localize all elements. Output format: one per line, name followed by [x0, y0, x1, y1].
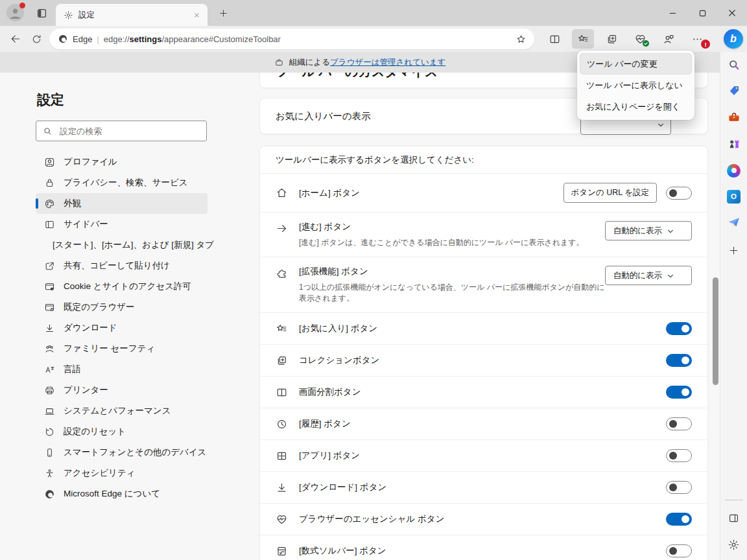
forward-button-select[interactable]: 自動的に表示	[605, 221, 692, 240]
browser-essentials-toggle[interactable]	[666, 513, 692, 526]
math-solver-toggle[interactable]	[666, 544, 692, 557]
split-screen-button-toggle[interactable]	[666, 386, 692, 399]
window-controls	[658, 0, 747, 26]
managed-link[interactable]: ブラウザーは管理されています	[330, 58, 445, 67]
address-bar[interactable]: Edge | edge://settings/appearance#Custom…	[49, 29, 534, 49]
minimize-icon	[669, 10, 676, 17]
sidebar-item-about-edge[interactable]: Microsoft Edge について	[36, 484, 208, 504]
settings-search-box[interactable]	[36, 121, 207, 141]
sidebar-item-default-browser[interactable]: 既定のブラウザー	[36, 297, 208, 318]
history-button-toggle[interactable]	[666, 417, 692, 430]
system-icon	[44, 406, 55, 417]
sidebar-item-languages[interactable]: 言語	[36, 359, 208, 380]
row-label: コレクションボタン	[299, 355, 379, 366]
sidebar-item-reset[interactable]: 設定のリセット	[36, 421, 208, 442]
browser-essentials-button[interactable]	[629, 29, 651, 49]
sidebar-item-label: [スタート]、[ホーム]、および [新規] タブ	[53, 239, 214, 251]
essentials-check-icon	[643, 40, 649, 47]
home-button-toggle[interactable]	[666, 187, 692, 200]
settings-nav-list: プロファイル プライバシー、検索、サービス 外観 サイドバー [スタート]、[ホ…	[36, 152, 208, 504]
setting-row-extensions: [拡張機能] ボタン 1つ以上の拡張機能がオンになっている場合、ツール バーに拡…	[260, 257, 707, 312]
edge-sidebar-rail: O	[720, 52, 747, 560]
minimize-button[interactable]	[658, 0, 687, 26]
settings-and-more-button[interactable]: !	[686, 29, 708, 49]
sidebar-games-button[interactable]	[725, 135, 743, 153]
favorite-this-page-button[interactable]	[512, 30, 529, 47]
sidebar-drop-button[interactable]	[725, 213, 743, 231]
favorites-bar-label: お気に入りバーの表示	[276, 110, 371, 122]
favorites-button[interactable]	[572, 29, 594, 49]
close-icon	[728, 9, 736, 17]
sidebar-item-cookies[interactable]: Cookie とサイトのアクセス許可	[36, 276, 208, 297]
sidebar-item-phone-devices[interactable]: スマートフォンとその他のデバイス	[36, 442, 208, 463]
sidebar-item-start-home-tabs[interactable]: [スタート]、[ホーム]、および [新規] タブ	[36, 235, 208, 255]
split-screen-button[interactable]	[543, 29, 565, 49]
page-body: 設定 プロファイル プライバシー、検索、サービス 外観 サイドバー [スタート]…	[0, 73, 747, 560]
collections-button-toggle[interactable]	[666, 354, 692, 367]
sidebar-search-button[interactable]	[725, 56, 743, 74]
new-tab-button[interactable]	[215, 5, 231, 21]
sidebar-settings-button[interactable]	[725, 535, 743, 554]
vertical-scrollbar[interactable]	[713, 277, 718, 385]
sidebar-shopping-button[interactable]	[725, 82, 743, 100]
browser-window: 設定 Edge | edge://settings/appearance#Cus…	[0, 0, 747, 560]
address-separator: |	[97, 34, 99, 44]
sidebar-item-label: 設定のリセット	[64, 426, 126, 438]
sidebar-panel-button[interactable]	[725, 509, 743, 527]
bing-chat-button[interactable]: b	[724, 29, 743, 49]
sidebar-item-privacy[interactable]: プライバシー、検索、サービス	[36, 172, 208, 193]
sidebar-item-family-safety[interactable]: ファミリー セーフティ	[36, 338, 208, 359]
chevron-down-icon	[658, 122, 664, 128]
menu-item-hide-from-toolbar[interactable]: ツール バーに表示しない	[580, 75, 692, 96]
sidebar-item-label: 外観	[64, 198, 81, 209]
sidebar-outlook-button[interactable]: O	[725, 187, 743, 205]
extensions-button-select[interactable]: 自動的に表示	[605, 266, 692, 285]
collections-icon	[606, 33, 618, 45]
favorites-button-toggle[interactable]	[666, 322, 692, 335]
tab-close-button[interactable]	[191, 9, 202, 21]
set-button-url-button[interactable]: ボタンの URL を設定	[563, 183, 657, 203]
sidebar-customize-button[interactable]	[725, 241, 743, 259]
cookies-icon	[44, 281, 55, 292]
sidebar-item-printers[interactable]: プリンター	[36, 380, 208, 401]
sidebar-item-accessibility[interactable]: アクセシビリティ	[36, 463, 208, 484]
sidebar-item-profile[interactable]: プロファイル	[36, 152, 208, 172]
forward-arrow-icon	[276, 222, 288, 235]
sidebar-item-sidebar[interactable]: サイドバー	[36, 214, 208, 235]
maximize-button[interactable]	[687, 0, 717, 26]
setting-row-downloads: [ダウンロード] ボタン	[260, 471, 707, 503]
edge-logo-icon	[44, 489, 55, 500]
row-label: [お気に入り] ボタン	[299, 323, 377, 334]
setting-row-collections: コレクションボタン	[260, 344, 707, 376]
star-icon	[516, 34, 527, 45]
back-button[interactable]	[5, 29, 26, 49]
sidebar-item-share-copy-paste[interactable]: 共有、コピーして貼り付け	[36, 255, 208, 276]
collections-button[interactable]	[600, 29, 622, 49]
sidebar-tools-button[interactable]	[725, 108, 743, 126]
tab-settings[interactable]: 設定	[56, 4, 208, 26]
profile-share-button[interactable]	[658, 29, 680, 49]
row-label: [数式ソルバー] ボタン	[299, 545, 386, 557]
plus-icon	[219, 8, 228, 18]
menu-item-open-favorites-page[interactable]: お気に入りページを開く	[580, 96, 692, 117]
person-chat-icon	[663, 33, 675, 45]
refresh-button[interactable]	[26, 29, 47, 49]
sidebar-item-downloads[interactable]: ダウンロード	[36, 318, 208, 338]
close-window-button[interactable]	[717, 0, 747, 26]
downloads-button-toggle[interactable]	[666, 481, 692, 494]
sidebar-item-appearance[interactable]: 外観	[36, 193, 208, 214]
downloads-icon	[276, 482, 288, 494]
search-input[interactable]	[58, 126, 188, 137]
workspaces-button[interactable]	[34, 5, 49, 21]
sidebar-item-system[interactable]: システムとパフォーマンス	[36, 401, 208, 421]
sidebar-microsoft365-button[interactable]	[725, 161, 743, 180]
apps-button-toggle[interactable]	[666, 449, 692, 462]
toolbar-buttons-header: ツールバーに表示するボタンを選択してください:	[260, 146, 707, 173]
sidebar-item-label: Microsoft Edge について	[64, 488, 160, 500]
collections-icon	[276, 355, 288, 367]
menu-item-change-toolbar[interactable]: ツール バーの変更	[580, 53, 692, 75]
search-icon	[43, 126, 53, 136]
row-label: [ダウンロード] ボタン	[299, 482, 386, 493]
sidebar-item-label: サイドバー	[64, 218, 108, 230]
split-screen-icon	[276, 386, 288, 399]
